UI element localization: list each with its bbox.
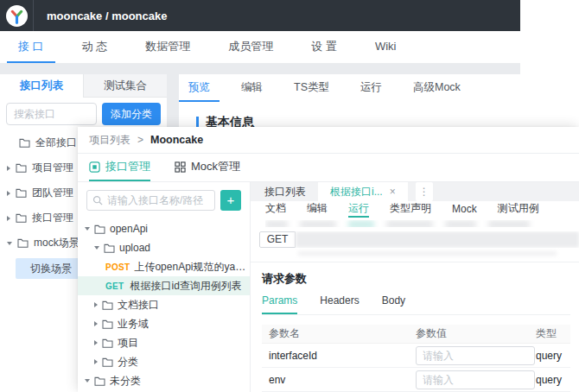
folder-icon [16,213,27,223]
api-search-placeholder: 请输入接口名称/路径 [107,193,203,208]
more-tabs-menu-icon[interactable]: ⋮ [416,182,433,201]
caret-right-icon[interactable] [94,359,98,364]
search-icon [92,195,103,205]
nav-tab-wiki[interactable]: Wiki [364,31,408,63]
caret-down-icon[interactable] [85,379,90,383]
tab-label: Mock管理 [191,159,240,174]
redacted-url-hint [298,251,557,256]
col-param-type: 类型 [536,326,570,341]
caret-right-icon[interactable] [94,321,98,326]
caret-right-icon[interactable] [94,340,98,345]
caret-right-icon[interactable] [7,216,10,221]
folder-open-icon [94,224,105,234]
tree-folder-uncategorized[interactable]: 未分类 [78,371,250,390]
api-detail-panel: 接口列表 根据接口i... × ⋮ 文档 编辑 运行 类型声明 Mock 测试用… [251,182,579,392]
http-method-select[interactable]: GET [259,231,296,248]
breadcrumb-separator-icon: > [137,134,143,146]
tab-edit[interactable]: 编辑 [232,74,272,102]
tab-test-case[interactable]: 测试用例 [498,201,539,218]
tab-doc[interactable]: 文档 [265,201,286,218]
tab-interface-list[interactable]: 接口列表 [0,74,83,98]
tab-mock-management[interactable]: Mock管理 [175,154,240,181]
tree-folder-openapi[interactable]: openApi [78,219,250,238]
request-params-section: 请求参数 Params Headers Body 参数名 参数值 类型 inte… [251,262,579,392]
folder-icon [102,300,113,310]
tab-mock[interactable]: Mock [452,201,477,218]
tab-ts-type[interactable]: TS类型 [284,74,339,102]
tab-run[interactable]: 运行 [351,74,391,102]
yapi-logo-icon [6,5,28,27]
tab-advanced-mock[interactable]: 高级Mock [404,74,470,102]
tree-folder-business-domain[interactable]: 业务域 [78,314,250,333]
param-type: query [536,350,570,362]
tree-item-label: 业务域 [118,317,149,332]
app-logo[interactable] [0,0,34,31]
caret-down-icon[interactable] [94,246,99,250]
tree-item-label: 团队管理 [32,186,73,200]
tab-body[interactable]: Body [382,294,405,314]
method-badge-get: GET [105,281,124,291]
tab-type-declaration[interactable]: 类型声明 [390,201,431,218]
tree-item-label: 分类 [118,355,138,370]
tree-folder-project[interactable]: 项目 [78,333,250,352]
close-tab-icon[interactable]: × [390,186,396,198]
add-category-button[interactable]: 添加分类 [102,103,161,125]
caret-right-icon[interactable] [7,191,10,196]
nav-tab-activity[interactable]: 动 态 [71,31,119,63]
tab-headers[interactable]: Headers [320,294,359,314]
nav-tab-interface[interactable]: 接 口 [7,31,55,63]
folder-open-icon [94,376,105,386]
folder-icon [102,338,113,348]
tab-test-collection[interactable]: 测试集合 [83,74,167,98]
search-interface-input[interactable] [6,103,97,125]
tree-item-label: 未分类 [110,374,141,389]
caret-down-icon[interactable] [85,227,90,231]
param-type: query [536,374,570,386]
tree-item-label: 接口管理 [32,211,73,225]
param-value-input[interactable] [416,370,535,389]
tree-folder-upload[interactable]: upload [78,238,250,257]
sidebar-tabs: 接口列表 测试集合 [0,74,167,98]
tree-api-query-usecases[interactable]: GET 根据接口id查询用例列表 [78,276,250,295]
tree-item-label: upload [119,242,150,254]
tree-item-label: 切换场景 [30,262,72,276]
nav-tab-data[interactable]: 数据管理 [134,31,201,63]
tab-preview[interactable]: 预览 [179,74,220,102]
breadcrumb: 项目列表 > Mooncake [78,127,579,154]
open-tab-interface-list[interactable]: 接口列表 [252,182,318,201]
col-param-name: 参数名 [262,326,416,341]
caret-down-icon[interactable] [7,242,12,245]
overlay-body: 请输入接口名称/路径 + openApi upload POST 上传open [78,182,579,392]
params-table: 参数名 参数值 类型 interfaceId query env query [262,325,570,392]
nav-tab-settings[interactable]: 设 置 [300,31,348,63]
caret-right-icon[interactable] [94,302,98,307]
param-name: env [262,374,416,386]
folder-icon [16,163,27,173]
breadcrumb-project-list[interactable]: 项目列表 [89,133,130,148]
tab-interface-management[interactable]: 接口管理 [89,154,150,181]
api-doc-tabs: 文档 编辑 运行 类型声明 Mock 测试用例 [251,201,579,218]
tree-api-upload-yaml[interactable]: POST 上传openApi规范的yaml文件... [78,257,250,276]
open-tab-label: 根据接口i... [330,185,383,199]
tab-run-api[interactable]: 运行 [348,201,369,218]
redacted-toolbar [265,220,567,226]
tree-folder-doc-api[interactable]: 文档接口 [78,295,250,314]
tab-edit-api[interactable]: 编辑 [307,201,328,218]
method-badge-post: POST [105,262,130,272]
tree-item-label: 根据接口id查询用例列表 [130,279,241,294]
api-search-input[interactable]: 请输入接口名称/路径 [86,190,215,211]
tab-params[interactable]: Params [262,294,297,314]
tree-folder-category[interactable]: 分类 [78,352,250,371]
folder-icon [102,319,113,329]
api-tree-panel: 请输入接口名称/路径 + openApi upload POST 上传open [78,182,251,392]
param-value-input[interactable] [416,346,535,365]
nav-tab-members[interactable]: 成员管理 [217,31,284,63]
open-tab-current-api[interactable]: 根据接口i... × [318,182,408,201]
param-type-tabs: Params Headers Body [262,294,570,315]
param-name: interfaceId [262,350,416,362]
add-api-button[interactable]: + [220,190,241,211]
redacted-url-input[interactable] [296,231,579,248]
caret-right-icon[interactable] [7,166,10,171]
open-tabs-bar: 接口列表 根据接口i... × ⋮ [251,182,579,201]
redacted-blob [386,220,433,226]
